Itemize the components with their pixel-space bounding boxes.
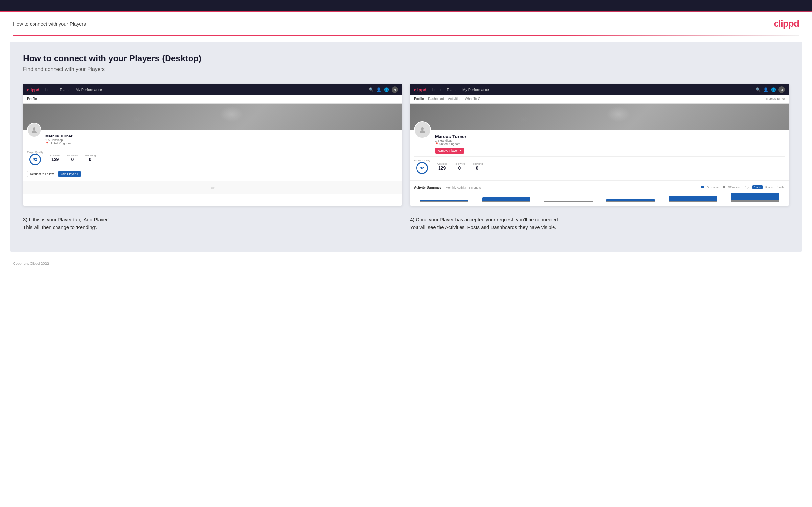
screenshot-left: clippd Home Teams My Performance 🔍 👤 🌐 M… [23, 84, 402, 206]
off-course-bar [731, 200, 779, 203]
left-following-stat: Following 0 [85, 154, 96, 162]
tab-activities[interactable]: Activities [448, 95, 461, 103]
search-icon[interactable]: 🔍 [369, 87, 374, 92]
left-profile-info: Marcus Turner 1-5 Handicap 📍 United King… [45, 134, 398, 145]
left-avatar [27, 123, 41, 137]
off-course-bar [606, 202, 655, 203]
activity-period: Monthly Activity · 6 Months [446, 186, 481, 189]
add-player-button[interactable]: Add Player + [58, 171, 81, 177]
right-nav-teams[interactable]: Teams [447, 88, 457, 92]
captions-row: 3) If this is your Player tap, 'Add Play… [23, 216, 789, 231]
page-header: How to connect with your Players clippd [0, 12, 812, 35]
left-profile-content: Marcus Turner 1-5 Handicap 📍 United King… [23, 130, 402, 181]
left-nav-icons: 🔍 👤 🌐 M [369, 86, 398, 93]
svg-rect-0 [23, 104, 402, 130]
svg-point-9 [421, 127, 424, 130]
chart-bar-group [476, 197, 536, 203]
right-followers-stat: Followers 0 [454, 162, 465, 171]
off-course-bar [669, 201, 717, 203]
right-tabs: Profile Dashboard Activities What To On [414, 95, 482, 103]
tab-profile-left[interactable]: Profile [27, 95, 37, 103]
right-tab-bar: Profile Dashboard Activities What To On … [410, 95, 789, 104]
on-course-bar [544, 201, 593, 202]
clippd-logo: clippd [774, 18, 799, 29]
right-search-icon[interactable]: 🔍 [756, 87, 761, 92]
left-player-country: 📍 United Kingdom [45, 142, 398, 145]
left-nav-teams[interactable]: Teams [60, 88, 70, 92]
right-nav-performance[interactable]: My Performance [462, 88, 489, 92]
right-profile-banner [410, 104, 789, 130]
globe-icon[interactable]: 🌐 [384, 87, 389, 92]
breadcrumb: How to connect with your Players [13, 21, 86, 26]
right-activities-stat: Activities 129 [437, 162, 447, 171]
request-follow-button[interactable]: Request to Follow [27, 171, 56, 177]
user-icon[interactable]: 👤 [376, 87, 382, 92]
off-course-bar [482, 201, 530, 203]
chart-bar-group [601, 199, 661, 203]
left-tab-bar: Profile [23, 95, 402, 104]
right-profile-info: Marcus Turner 1-5 Handicap 📍 United King… [435, 134, 785, 154]
activity-title: Activity Summary [414, 186, 442, 189]
right-nav-home[interactable]: Home [432, 88, 441, 92]
tab-profile-right[interactable]: Profile [414, 95, 424, 103]
left-app-nav: clippd Home Teams My Performance 🔍 👤 🌐 M [23, 84, 402, 95]
left-nav-performance[interactable]: My Performance [75, 88, 102, 92]
left-profile-stats: Player Quality 92 Activities 129 Followe… [27, 148, 398, 168]
activity-chart [414, 192, 785, 203]
on-course-dot [701, 186, 704, 188]
right-player-handicap: 1-5 Handicap [435, 139, 785, 143]
on-course-bar [731, 193, 779, 200]
right-following-stat: Following 0 [472, 162, 483, 171]
right-globe-icon[interactable]: 🌐 [771, 87, 776, 92]
svg-point-3 [321, 114, 331, 120]
on-course-bar [606, 199, 655, 202]
top-bar [0, 0, 812, 10]
chart-bar-group [539, 201, 599, 203]
filter-3mths[interactable]: 3 mths [764, 185, 774, 189]
left-player-handicap: 1-5 Handicap [45, 138, 398, 142]
right-app-nav: clippd Home Teams My Performance 🔍 👤 🌐 M [410, 84, 789, 95]
svg-point-6 [602, 104, 635, 123]
svg-point-1 [215, 104, 248, 123]
activity-right-controls: On course Off course 1 yr 6 mths 3 mths … [701, 185, 785, 189]
right-profile-stats: Player Quality 92 Activities 129 Followe… [414, 156, 785, 177]
off-course-dot [723, 186, 725, 188]
left-quality-stat: Player Quality 92 [27, 151, 43, 165]
right-profile-content: Marcus Turner 1-5 Handicap 📍 United King… [410, 130, 789, 180]
activity-header: Activity Summary Monthly Activity · 6 Mo… [414, 184, 785, 190]
page-subheading: Find and connect with your Players [23, 66, 789, 72]
left-profile-actions: Request to Follow Add Player + [27, 171, 398, 177]
caption-right: 4) Once your Player has accepted your re… [410, 216, 789, 231]
on-course-label: On course [707, 186, 719, 189]
svg-point-7 [515, 115, 532, 124]
left-activities-stat: Activities 129 [50, 154, 60, 162]
activity-legend: On course Off course [701, 186, 740, 189]
time-filters: 1 yr 6 mths 3 mths 1 mth [744, 185, 785, 189]
screenshot-right: clippd Home Teams My Performance 🔍 👤 🌐 M… [410, 84, 789, 206]
copyright: Copyright Clippd 2022 [13, 262, 49, 266]
header-divider [13, 35, 799, 36]
tab-dashboard[interactable]: Dashboard [428, 95, 444, 103]
filter-6mths[interactable]: 6 mths [752, 185, 763, 189]
nav-avatar[interactable]: M [392, 86, 398, 93]
chart-bar-group [663, 195, 723, 203]
off-course-bar [544, 202, 593, 203]
right-nav-icons: 🔍 👤 🌐 M [756, 86, 785, 93]
tab-what-to-on[interactable]: What To On [465, 95, 483, 103]
activity-summary: Activity Summary Monthly Activity · 6 Mo… [410, 180, 789, 206]
right-location-icon: 📍 [435, 143, 439, 146]
right-user-icon[interactable]: 👤 [763, 87, 768, 92]
filter-1mth[interactable]: 1 mth [776, 185, 785, 189]
chart-bar-group [414, 200, 474, 203]
footer: Copyright Clippd 2022 [0, 258, 812, 269]
left-nav-logo: clippd [27, 87, 39, 92]
user-dropdown[interactable]: Marcus Turner [766, 95, 785, 103]
left-nav-home[interactable]: Home [45, 88, 54, 92]
right-nav-avatar[interactable]: M [778, 86, 785, 93]
remove-player-button[interactable]: Remove Player ✕ [435, 148, 464, 154]
right-avatar [414, 121, 431, 138]
right-player-country: 📍 United Kingdom [435, 143, 785, 146]
left-quality-circle: 92 [29, 154, 41, 165]
activity-left-header: Activity Summary Monthly Activity · 6 Mo… [414, 184, 480, 190]
filter-1yr[interactable]: 1 yr [744, 185, 751, 189]
